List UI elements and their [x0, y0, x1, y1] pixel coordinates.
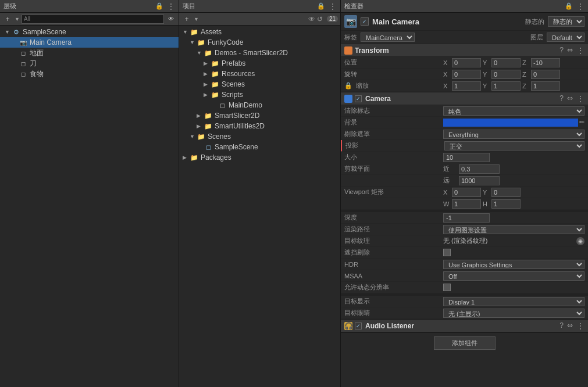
add-component-button[interactable]: 添加组件 — [434, 336, 496, 350]
object-name: Main Camera — [372, 17, 522, 26]
occlusion-checkbox[interactable] — [443, 249, 451, 256]
list-item[interactable]: ◻ 食物 — [0, 69, 179, 79]
project-header-controls: 🔒 ⋮ — [316, 2, 337, 11]
clipping-far-row: 远 — [341, 175, 588, 187]
list-item[interactable]: ▶ 📁 Prefabs — [179, 58, 340, 69]
list-item[interactable]: ▶ 📁 Scripts — [179, 89, 340, 100]
msaa-dropdown[interactable]: Off — [443, 271, 585, 281]
rendering-path-label: 渲染路径 — [344, 225, 443, 234]
x-label: X — [443, 59, 450, 66]
list-item[interactable]: ▼ 📁 Assets — [179, 27, 340, 37]
target-eye-dropdown[interactable]: 无 (主显示) — [443, 309, 585, 318]
object-icon-box: 📷 — [344, 15, 357, 28]
clear-flags-dropdown[interactable]: 纯色 — [443, 106, 585, 116]
rotation-value: X Y Z — [443, 70, 585, 79]
project-add-button[interactable]: + — [181, 14, 192, 24]
layer-dropdown[interactable]: Default — [547, 33, 585, 42]
scale-y-input[interactable] — [491, 81, 521, 91]
tag-dropdown[interactable]: MainCamera — [361, 33, 415, 42]
list-item[interactable]: ◻ 地面 — [0, 48, 179, 58]
list-item[interactable]: ▼ ⚙ SampleScene — [0, 27, 179, 37]
target-texture-picker-icon[interactable]: ◉ — [576, 237, 585, 245]
viewport-x-input[interactable] — [452, 188, 481, 197]
hierarchy-lock-icon[interactable]: 🔒 — [155, 2, 163, 10]
list-item[interactable]: ▼ 📁 FunkyCode — [179, 37, 340, 48]
target-display-dropdown[interactable]: Display 1 — [443, 297, 585, 306]
sz-label: Z — [522, 83, 529, 89]
scale-lock-icon: 🔒 — [344, 82, 352, 89]
transform-help-icon[interactable]: ? — [560, 46, 564, 55]
background-color-preview[interactable] — [443, 119, 578, 127]
audio-menu-icon[interactable]: ⋮ — [576, 321, 585, 331]
list-item[interactable]: ▶ 📁 Scenes — [179, 79, 340, 89]
audio-pin-icon[interactable]: ⇔ — [567, 321, 573, 331]
list-item[interactable]: ◻ SampleScene — [179, 142, 340, 152]
rotation-z-input[interactable] — [531, 70, 560, 79]
list-item[interactable]: ▶ 📁 SmartUtilities2D — [179, 121, 340, 131]
culling-mask-dropdown[interactable]: Everything — [443, 130, 585, 139]
near-input[interactable] — [459, 164, 500, 174]
list-item[interactable]: ▶ 📁 SmartSlicer2D — [179, 110, 340, 121]
list-item[interactable]: ◻ 刀 — [0, 58, 179, 69]
project-refresh-button[interactable]: ↺ — [317, 15, 323, 23]
inspector-lock-icon[interactable]: 🔒 — [565, 2, 573, 10]
folder-icon: 📁 — [204, 48, 213, 58]
size-input[interactable] — [443, 153, 490, 162]
project-eye-button[interactable]: 👁 — [308, 15, 315, 23]
camera-help-icon[interactable]: ? — [560, 94, 564, 103]
hdr-value: Use Graphics Settings — [443, 260, 585, 269]
camera-pin-icon[interactable]: ⇔ — [567, 94, 573, 103]
eyedropper-icon[interactable]: ✏ — [579, 119, 585, 126]
hdr-dropdown[interactable]: Use Graphics Settings — [443, 260, 585, 269]
audio-enabled-checkbox[interactable]: ✓ — [355, 322, 362, 329]
list-item[interactable]: ▼ 📁 Demos - SmartSlicer2D — [179, 48, 340, 58]
hierarchy-menu-icon[interactable]: ⋮ — [167, 2, 175, 11]
list-item[interactable]: ◻ MainDemo — [179, 100, 340, 110]
dynamic-res-checkbox[interactable] — [443, 284, 451, 291]
scale-x-input[interactable] — [452, 81, 481, 91]
viewport-y-input[interactable] — [491, 188, 521, 197]
viewport-w-input[interactable] — [452, 199, 481, 209]
list-item[interactable]: ▶ 📁 Resources — [179, 69, 340, 79]
hierarchy-eye-button[interactable]: 👁 — [166, 14, 176, 24]
transform-controls: ? ⇔ ⋮ — [560, 46, 585, 55]
active-checkbox[interactable]: ✓ — [361, 17, 369, 26]
camera-menu-icon[interactable]: ⋮ — [576, 94, 585, 103]
inspector-title: 检查器 — [344, 2, 364, 10]
hierarchy-search-input[interactable] — [22, 15, 164, 24]
culling-mask-label: 剔除遮罩 — [344, 130, 443, 138]
viewport-h-input[interactable] — [491, 199, 521, 209]
depth-input[interactable] — [443, 213, 490, 223]
tree-item-label: MainDemo — [229, 101, 262, 109]
list-item[interactable]: ▶ 📁 Packages — [179, 152, 340, 163]
rotation-x-input[interactable] — [452, 70, 481, 79]
inspector-menu-icon[interactable]: ⋮ — [576, 2, 585, 11]
ry-label: Y — [483, 71, 490, 78]
object-icon: ◻ — [19, 48, 28, 58]
far-input[interactable] — [459, 176, 500, 185]
position-x-input[interactable] — [452, 58, 481, 67]
list-item[interactable]: ▼ 📁 Scenes — [179, 131, 340, 142]
position-z-input[interactable] — [531, 58, 560, 67]
static-dropdown[interactable]: 静态的 — [548, 16, 585, 27]
viewport-row-1: Viewport 矩形 X Y — [341, 187, 588, 198]
camera-enabled-checkbox[interactable]: ✓ — [355, 95, 362, 102]
clipping-near-value: 近 — [443, 164, 585, 174]
projection-dropdown[interactable]: 正交 — [444, 141, 585, 150]
rendering-path-dropdown[interactable]: 使用图形设置 — [443, 225, 585, 234]
project-menu-icon[interactable]: ⋮ — [329, 2, 337, 11]
transform-pin-icon[interactable]: ⇔ — [567, 46, 573, 55]
hierarchy-add-button[interactable]: + — [2, 14, 13, 24]
rotation-y-input[interactable] — [491, 70, 521, 79]
camera-controls: ? ⇔ ⋮ — [560, 94, 585, 103]
project-lock-icon[interactable]: 🔒 — [317, 2, 325, 10]
tree-item-label: Assets — [201, 28, 222, 36]
transform-menu-icon[interactable]: ⋮ — [576, 46, 585, 55]
list-item[interactable]: 📷 Main Camera — [0, 37, 179, 48]
position-y-input[interactable] — [491, 58, 521, 67]
scale-value: X Y Z — [443, 81, 585, 91]
viewport-wh: W H — [443, 199, 585, 209]
audio-help-icon[interactable]: ? — [560, 321, 564, 331]
hierarchy-toolbar: + ▼ 👁 — [0, 13, 179, 26]
scale-z-input[interactable] — [531, 81, 560, 91]
